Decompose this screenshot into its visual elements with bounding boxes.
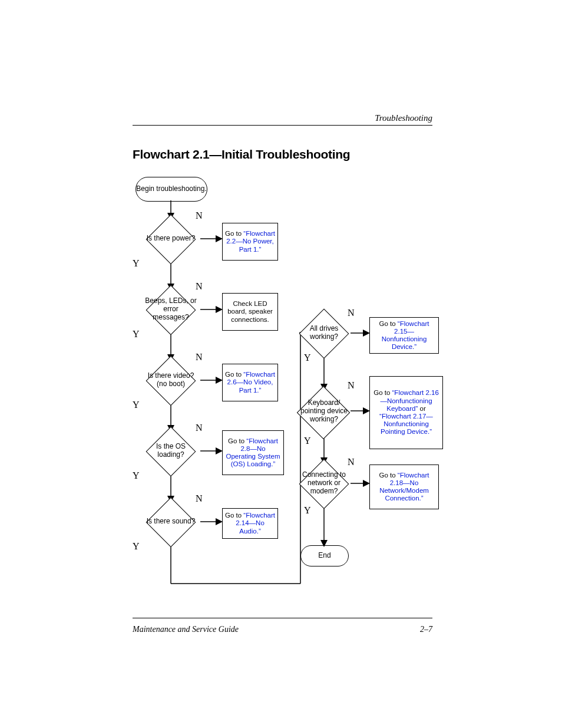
header-section: Troubleshooting: [375, 113, 432, 123]
label-y: Y: [133, 470, 140, 481]
decision-os: Is the OS loading?: [144, 429, 197, 473]
label-y: Y: [133, 329, 140, 340]
label-n: N: [196, 210, 203, 221]
decision-keyboard: Keyboard/ pointing device working?: [297, 388, 351, 435]
terminator-end: End: [300, 545, 349, 566]
label-n: N: [348, 308, 355, 318]
decision-sound-text: Is there sound?: [144, 518, 197, 526]
flowchart-title: Flowchart 2.1—Initial Troubleshooting: [133, 147, 350, 162]
decision-keyboard-text: Keyboard/ pointing device working?: [297, 399, 351, 423]
decision-power-text: Is there power?: [144, 235, 197, 243]
decision-video: Is there video? (no boot): [144, 358, 197, 402]
action-no-audio-pre: Go to: [225, 512, 243, 519]
action-drives-pre: Go to: [379, 320, 397, 327]
action-kbd-mid: or: [418, 405, 425, 412]
page: Troubleshooting Flowchart 2.1—Initial Tr…: [0, 0, 562, 728]
end-text: End: [318, 552, 330, 560]
action-no-os-pre: Go to: [228, 437, 246, 444]
action-no-network: Go to “Flowchart 2.18—No Network/Modem C…: [369, 465, 439, 509]
label-n: N: [196, 281, 203, 292]
decision-beeps-text: Beeps, LEDs, or error messages?: [144, 297, 197, 321]
action-check-led: Check LED board, speaker connections.: [222, 293, 278, 331]
label-n: N: [196, 352, 203, 363]
action-net-pre: Go to: [379, 472, 397, 479]
label-y: Y: [304, 353, 311, 363]
label-n: N: [196, 493, 203, 504]
decision-drives: All drives working?: [297, 311, 351, 355]
decision-power: Is there power?: [144, 217, 197, 261]
label-y: Y: [304, 505, 311, 516]
action-no-video: Go to “Flowchart 2.6—No Video, Part 1.”: [222, 364, 278, 401]
action-no-video-pre: Go to: [225, 371, 243, 378]
footer-left: Maintenance and Service Guide: [133, 625, 239, 634]
action-no-audio: Go to “Flowchart 2.14—No Audio.”: [222, 508, 278, 539]
decision-sound: Is there sound?: [144, 500, 197, 543]
flowchart: Begin troubleshooting. Is there power? G…: [130, 171, 448, 595]
terminator-begin: Begin troubleshooting.: [135, 177, 207, 202]
action-nonfunction-kbd: Go to “Flowchart 2.16—Nonfunctioning Key…: [369, 376, 443, 449]
action-kbd-pre: Go to: [373, 389, 392, 396]
label-y: Y: [133, 400, 140, 410]
action-no-os: Go to “Flowchart 2.8—No Operating System…: [222, 430, 284, 475]
decision-network: Connecting to network or modem?: [297, 462, 351, 505]
decision-drives-text: All drives working?: [297, 325, 351, 341]
action-no-power-pre: Go to: [225, 230, 243, 237]
footer-rule: [133, 618, 432, 618]
footer-page-number: 2–7: [420, 625, 432, 634]
label-y: Y: [304, 436, 311, 446]
decision-network-text: Connecting to network or modem?: [297, 471, 351, 495]
label-n: N: [196, 423, 203, 433]
action-check-led-text: Check LED board, speaker connections.: [225, 300, 275, 324]
action-nonfunction-device: Go to “Flowchart 2.15—Nonfunctioning Dev…: [369, 317, 439, 354]
link-flowchart-2-17[interactable]: “Flowchart 2.17—Nonfunctioning Pointing …: [379, 413, 433, 435]
decision-video-text: Is there video? (no boot): [144, 372, 197, 388]
label-n: N: [348, 380, 355, 391]
begin-text: Begin troubleshooting.: [136, 185, 206, 193]
header-rule: [133, 125, 432, 126]
label-n: N: [348, 457, 355, 467]
decision-os-text: Is the OS loading?: [144, 443, 197, 459]
action-no-power: Go to “Flowchart 2.2—No Power, Part 1.”: [222, 223, 278, 261]
decision-beeps: Beeps, LEDs, or error messages?: [144, 288, 197, 331]
label-y: Y: [133, 258, 140, 269]
label-y: Y: [133, 541, 140, 552]
